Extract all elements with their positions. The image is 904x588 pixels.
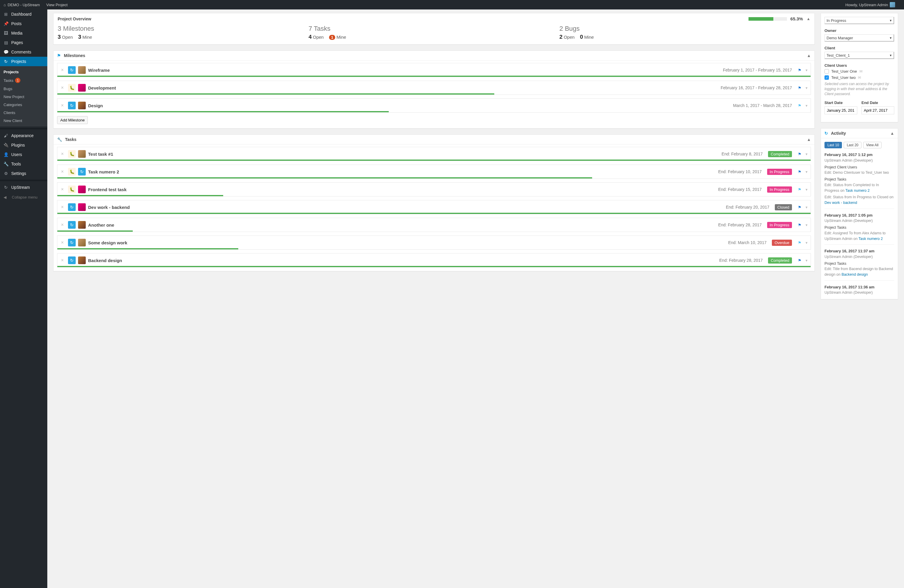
view-project-link[interactable]: View Project <box>46 3 68 7</box>
avatar-icon <box>890 2 895 7</box>
howdy-link[interactable]: Howdy, UpStream Admin <box>846 2 895 7</box>
site-link[interactable]: ⌂DEMO - UpStream <box>3 3 40 7</box>
home-icon: ⌂ <box>3 3 6 7</box>
admin-bar: ⌂DEMO - UpStream View Project Howdy, UpS… <box>0 0 904 9</box>
